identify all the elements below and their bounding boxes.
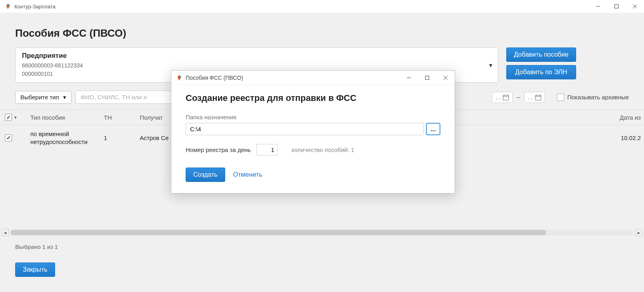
date-from-input[interactable]: . . (492, 92, 513, 103)
horizontal-scrollbar[interactable]: ◄ ► (2, 229, 642, 236)
show-archived-label: Показывать архивные (567, 94, 629, 101)
chevron-down-icon: ▾ (63, 94, 66, 101)
folder-label: Папка назначения (186, 114, 440, 120)
page-close-button[interactable]: Закрыть (15, 262, 55, 277)
calendar-icon (503, 94, 509, 101)
calendar-icon (535, 94, 541, 101)
dialog-heading: Создание реестра для отправки в ФСС (186, 93, 440, 103)
select-all-checkbox[interactable]: ▾ (5, 114, 17, 121)
chevron-down-icon: ▾ (14, 115, 17, 120)
scroll-thumb[interactable] (10, 230, 546, 235)
action-buttons: Добавить пособие Добавить по ЭЛН (506, 47, 576, 79)
cancel-button[interactable]: Отменить (233, 171, 262, 178)
dialog-maximize-button[interactable] (418, 71, 436, 84)
enterprise-label: Предприятие (22, 52, 491, 60)
row-type: по временной нетрудоспособности (24, 130, 104, 146)
benefits-count-label: количество пособий: 1 (291, 146, 354, 153)
date-separator: – (517, 94, 520, 101)
row-tn: 1 (104, 134, 140, 141)
checkbox-icon (5, 114, 12, 121)
add-by-eln-button[interactable]: Добавить по ЭЛН (506, 65, 576, 79)
app-title: Контур-Зарплата (14, 4, 55, 10)
row-date: 10.02.2 (596, 134, 644, 141)
app-titlebar: Контур-Зарплата (0, 0, 644, 13)
close-button[interactable] (626, 0, 644, 13)
svg-rect-13 (426, 76, 429, 79)
date-from-value: . . (495, 94, 500, 101)
browse-folder-button[interactable]: ... (426, 123, 440, 135)
page-title: Пособия ФСС (ПВСО) (0, 13, 644, 47)
add-benefit-button[interactable]: Добавить пособие (506, 47, 576, 62)
registry-number-label: Номер реестра за день (186, 146, 251, 153)
date-to-input[interactable]: . . (524, 92, 545, 103)
col-type-header[interactable]: Тип пособия (24, 114, 104, 121)
dialog-titlebar: Пособия ФСС (ПВСО) (171, 71, 455, 85)
svg-rect-8 (535, 95, 541, 100)
date-to-value: . . (528, 94, 533, 101)
col-tn-header[interactable]: ТН (104, 114, 140, 121)
titlebar-left: Контур-Зарплата (5, 3, 55, 10)
svg-rect-1 (615, 5, 618, 8)
checkbox-icon (557, 94, 564, 101)
dialog-body: Создание реестра для отправки в ФСС Папк… (171, 85, 455, 193)
create-registry-dialog: Пособия ФСС (ПВСО) Создание реестра для … (171, 70, 455, 193)
col-date-header[interactable]: Дата из (596, 114, 644, 121)
svg-rect-4 (503, 95, 509, 100)
create-button[interactable]: Создать (186, 168, 225, 182)
dialog-close-button[interactable] (436, 71, 455, 84)
show-archived-checkbox[interactable]: Показывать архивные (557, 94, 629, 101)
selection-count: Выбрано 1 из 1 (15, 244, 58, 250)
scroll-track[interactable] (10, 230, 634, 235)
chevron-down-icon: ▾ (489, 61, 492, 69)
type-filter-select[interactable]: Выберите тип ▾ (15, 91, 71, 104)
enterprise-code1: 6600000003-661122334 (22, 61, 491, 70)
scroll-left-button[interactable]: ◄ (2, 229, 9, 236)
row-checkbox[interactable] (5, 134, 12, 142)
app-logo-icon (5, 3, 11, 10)
registry-number-input[interactable] (256, 144, 278, 156)
minimize-button[interactable] (589, 0, 607, 13)
dialog-title: Пособия ФСС (ПВСО) (186, 75, 243, 81)
maximize-button[interactable] (607, 0, 626, 13)
dialog-minimize-button[interactable] (400, 71, 418, 84)
scroll-right-button[interactable]: ► (635, 229, 642, 236)
type-filter-label: Выберите тип (20, 94, 59, 101)
folder-path-input[interactable] (186, 123, 424, 135)
app-logo-icon (176, 75, 182, 81)
window-controls (589, 0, 644, 13)
